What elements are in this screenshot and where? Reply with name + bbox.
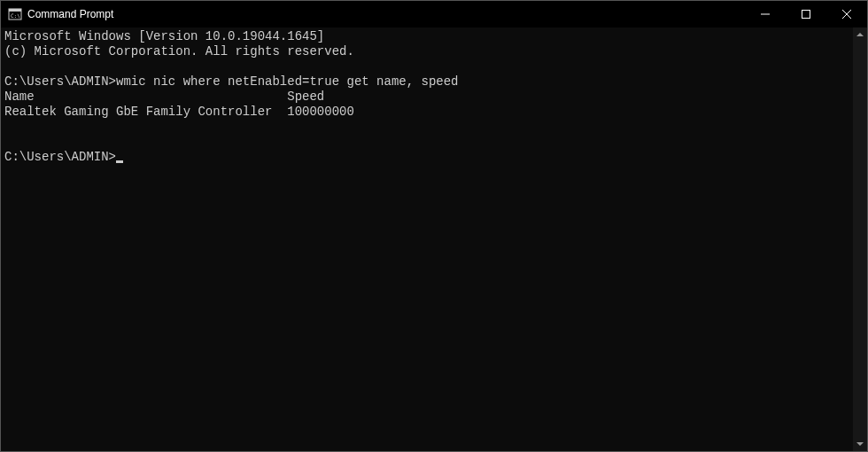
close-button[interactable]: [826, 1, 867, 27]
scroll-down-icon[interactable]: [853, 437, 867, 451]
scrollbar[interactable]: [853, 27, 867, 451]
cmd-icon: C:\: [8, 7, 22, 21]
blank-line: [4, 59, 849, 74]
svg-text:C:\: C:\: [11, 12, 20, 19]
terminal-content[interactable]: Microsoft Windows [Version 10.0.19044.16…: [1, 27, 853, 451]
svg-rect-4: [802, 11, 810, 19]
terminal-body: Microsoft Windows [Version 10.0.19044.16…: [1, 27, 867, 451]
prompt-path: C:\Users\ADMIN>: [4, 150, 116, 164]
command-prompt-window: C:\ Command Prompt Microsoft Windows [Ve…: [0, 0, 868, 452]
scroll-up-icon[interactable]: [853, 27, 867, 42]
svg-rect-1: [9, 9, 21, 12]
prompt-line: C:\Users\ADMIN>: [4, 150, 849, 165]
prompt-path: C:\Users\ADMIN>: [4, 74, 116, 89]
output-data: Realtek Gaming GbE Family Controller 100…: [4, 105, 849, 120]
window-title: Command Prompt: [27, 8, 745, 20]
command-text: wmic nic where netEnabled=true get name,…: [116, 74, 458, 89]
maximize-button[interactable]: [786, 1, 826, 27]
blank-line: [4, 120, 849, 135]
output-header: Name Speed: [4, 90, 849, 105]
svg-marker-7: [856, 33, 864, 36]
prompt-line: C:\Users\ADMIN>wmic nic where netEnabled…: [4, 74, 849, 90]
svg-marker-8: [856, 442, 864, 446]
output-line: Microsoft Windows [Version 10.0.19044.16…: [4, 29, 849, 44]
titlebar[interactable]: C:\ Command Prompt: [1, 1, 867, 27]
minimize-button[interactable]: [745, 1, 786, 27]
cursor: [116, 160, 123, 163]
window-controls: [745, 1, 867, 27]
blank-line: [4, 135, 849, 150]
output-line: (c) Microsoft Corporation. All rights re…: [4, 44, 849, 59]
